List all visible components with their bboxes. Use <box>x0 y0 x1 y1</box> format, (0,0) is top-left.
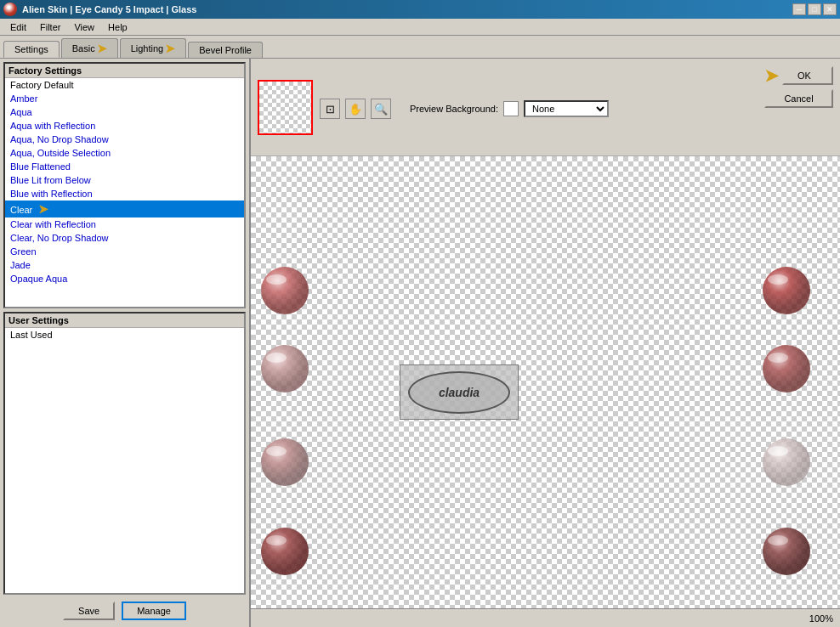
preview-bg-dropdown[interactable]: None White Black Custom... <box>524 100 609 117</box>
list-item-opaque-aqua[interactable]: Opaque Aqua <box>5 272 244 285</box>
list-item-aqua[interactable]: Aqua <box>5 105 244 119</box>
zoom-fit-button[interactable]: ⊡ <box>320 99 340 119</box>
menu-view[interactable]: View <box>67 21 101 33</box>
watermark-text: claudia <box>408 371 510 414</box>
watermark: claudia <box>400 364 519 420</box>
preview-top: ⊡ ✋ 🔍 Preview Background: None White Bla… <box>251 59 840 156</box>
glass-button-8 <box>763 528 810 575</box>
maximize-button[interactable]: □ <box>808 3 821 15</box>
preview-bg-label: Preview Background: <box>410 104 498 114</box>
tool-row: ⊡ ✋ 🔍 Preview Background: None White Bla… <box>320 99 609 119</box>
ok-arrow-icon: ➤ <box>764 65 779 86</box>
list-item-clear-no-drop[interactable]: Clear, No Drop Shadow <box>5 231 244 245</box>
glass-button-3 <box>261 345 309 393</box>
menu-edit[interactable]: Edit <box>3 21 33 33</box>
save-button[interactable]: Save <box>63 602 115 620</box>
glass-highlight-6 <box>768 446 788 456</box>
glass-highlight-4 <box>768 353 788 363</box>
minimize-button[interactable]: ─ <box>792 3 806 15</box>
glass-highlight-1 <box>266 274 287 285</box>
list-item-aqua-no-drop[interactable]: Aqua, No Drop Shadow <box>5 133 244 146</box>
left-panel: Factory Settings Factory Default Amber A… <box>0 59 251 627</box>
titlebar-left: Alien Skin | Eye Candy 5 Impact | Glass <box>3 3 196 16</box>
list-item-blue-lit[interactable]: Blue Lit from Below <box>5 173 244 187</box>
right-panel: ⊡ ✋ 🔍 Preview Background: None White Bla… <box>251 59 840 627</box>
button-row: Save Manage <box>3 598 246 624</box>
zoom-level: 100% <box>809 613 833 624</box>
list-item-last-used[interactable]: Last Used <box>5 328 244 342</box>
cancel-button[interactable]: Cancel <box>764 89 833 108</box>
titlebar-controls[interactable]: ─ □ ✕ <box>792 3 837 15</box>
titlebar: Alien Skin | Eye Candy 5 Impact | Glass … <box>0 0 840 19</box>
menu-help[interactable]: Help <box>101 21 134 33</box>
user-settings-header: User Settings <box>5 314 244 328</box>
list-item-aqua-reflection[interactable]: Aqua with Reflection <box>5 119 244 133</box>
glass-highlight-2 <box>768 274 788 285</box>
ok-button-group: ➤ OK <box>764 65 833 86</box>
zoom-in-button[interactable]: 🔍 <box>371 99 391 119</box>
list-item-clear[interactable]: Clear ➤ <box>5 201 244 217</box>
list-item-factory-default[interactable]: Factory Default <box>5 78 244 92</box>
manage-button[interactable]: Manage <box>122 602 186 620</box>
factory-settings-header: Factory Settings <box>5 64 244 78</box>
user-settings-box[interactable]: User Settings Last Used <box>3 312 246 595</box>
glass-button-6 <box>763 438 810 486</box>
glass-highlight-7 <box>266 535 287 545</box>
preview-background-control: Preview Background: None White Black Cus… <box>410 100 609 117</box>
ok-button[interactable]: OK <box>782 66 833 85</box>
glass-button-4 <box>763 345 810 393</box>
lighting-arrow-icon: ➤ <box>165 42 175 55</box>
menu-filter[interactable]: Filter <box>33 21 67 33</box>
tab-bevel-profile[interactable]: Bevel Profile <box>188 42 263 58</box>
canvas-area: claudia <box>251 156 840 608</box>
tab-basic[interactable]: Basic ➤ <box>61 38 118 58</box>
glass-highlight-5 <box>266 446 287 456</box>
pan-button[interactable]: ✋ <box>345 99 366 119</box>
titlebar-title: Alien Skin | Eye Candy 5 Impact | Glass <box>22 4 196 14</box>
list-item-blue-reflection[interactable]: Blue with Reflection <box>5 187 244 201</box>
close-button[interactable]: ✕ <box>823 3 837 15</box>
app-icon <box>3 3 17 16</box>
statusbar: 100% <box>251 608 840 627</box>
ok-cancel-area: ➤ OK Cancel <box>764 65 833 108</box>
glass-button-7 <box>261 528 309 575</box>
tab-lighting[interactable]: Lighting ➤ <box>120 38 187 58</box>
tabsbar: Settings Basic ➤ Lighting ➤ Bevel Profil… <box>0 36 840 58</box>
list-item-green[interactable]: Green <box>5 245 244 258</box>
menubar: Edit Filter View Help <box>0 19 840 36</box>
glass-button-1 <box>261 267 309 314</box>
canvas-svg <box>251 156 840 608</box>
glass-highlight-3 <box>266 353 287 363</box>
glass-button-5 <box>261 438 309 486</box>
list-item-blue-flat[interactable]: Blue Flattened <box>5 160 244 173</box>
glass-highlight-8 <box>768 535 788 545</box>
list-item-clear-reflection[interactable]: Clear with Reflection <box>5 217 244 231</box>
tab-settings[interactable]: Settings <box>3 41 60 58</box>
basic-arrow-icon: ➤ <box>97 42 107 55</box>
tool-controls: ⊡ ✋ 🔍 Preview Background: None White Bla… <box>320 95 609 119</box>
list-item-jade[interactable]: Jade <box>5 258 244 272</box>
preview-thumbnail <box>258 80 313 135</box>
list-item-amber[interactable]: Amber <box>5 92 244 105</box>
settings-list-box[interactable]: Factory Settings Factory Default Amber A… <box>3 62 246 308</box>
main-content: Factory Settings Factory Default Amber A… <box>0 58 840 627</box>
glass-button-2 <box>763 267 810 314</box>
preview-thumb-image <box>258 80 313 135</box>
clear-arrow-icon: ➤ <box>38 202 48 216</box>
list-item-aqua-outside[interactable]: Aqua, Outside Selection <box>5 146 244 160</box>
preview-bg-color-box[interactable] <box>503 101 519 116</box>
